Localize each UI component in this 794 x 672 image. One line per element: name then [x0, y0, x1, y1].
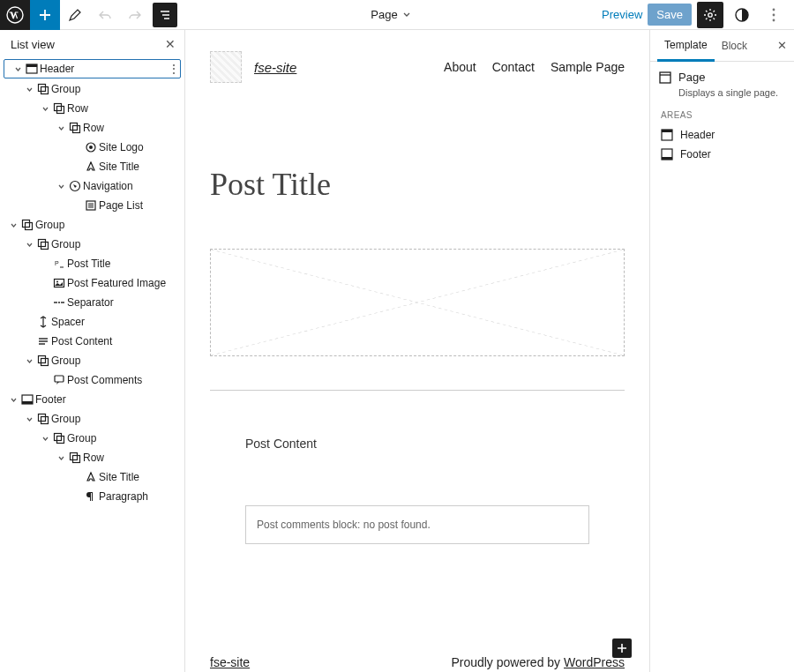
styles-button[interactable]	[729, 2, 755, 28]
svg-rect-45	[71, 453, 78, 460]
chevron-down-icon[interactable]	[23, 86, 35, 93]
tree-item[interactable]: Footer	[0, 390, 184, 409]
chevron-down-icon[interactable]	[55, 183, 67, 190]
tree-item[interactable]: Post Featured Image	[0, 273, 184, 293]
chevron-down-icon[interactable]	[11, 65, 24, 73]
tree-item[interactable]: Row	[0, 448, 184, 467]
svg-rect-11	[57, 107, 64, 114]
svg-text:P: P	[55, 260, 59, 266]
tree-item[interactable]: Site Title	[0, 467, 184, 487]
document-title[interactable]: Page	[180, 8, 602, 21]
tab-block[interactable]: Block	[715, 31, 754, 60]
svg-rect-8	[39, 85, 46, 92]
tree-item[interactable]: PPost Title	[0, 254, 184, 273]
kebab-icon	[772, 8, 775, 22]
tree-item-label: Group	[51, 413, 181, 425]
site-logo-placeholder[interactable]	[210, 51, 242, 83]
tree-item[interactable]: Group	[0, 409, 184, 429]
tree-item[interactable]: Post Content	[0, 332, 184, 351]
nav-item[interactable]: About	[444, 60, 476, 74]
tree-item[interactable]: Page List	[0, 196, 184, 215]
tree-item[interactable]: Paragraph	[0, 487, 184, 506]
chevron-down-icon[interactable]	[39, 435, 51, 443]
nav-icon	[67, 180, 83, 192]
tree-item[interactable]: Group	[0, 351, 184, 370]
separator-block[interactable]	[210, 390, 625, 391]
svg-rect-37	[41, 359, 49, 366]
tree-item-label: Navigation	[83, 180, 181, 192]
chevron-down-icon[interactable]	[39, 105, 51, 113]
tree-item-label: Spacer	[51, 316, 181, 328]
area-header[interactable]: Header	[659, 125, 785, 145]
canvas-site-title[interactable]: fse-site	[254, 60, 296, 75]
svg-rect-10	[55, 104, 62, 111]
svg-rect-13	[73, 126, 80, 133]
add-block-fab[interactable]	[612, 638, 632, 658]
tree-item[interactable]: Row	[0, 118, 184, 138]
tree-item[interactable]: Group	[0, 215, 184, 235]
tree-item[interactable]: Group	[0, 235, 184, 254]
settings-button[interactable]	[697, 2, 723, 28]
tree-item-label: Group	[51, 83, 181, 95]
tree-item[interactable]: Site Title	[0, 157, 184, 176]
tree-item[interactable]: Spacer	[0, 312, 184, 332]
close-settings-button[interactable]: ✕	[777, 39, 787, 52]
comments-icon	[51, 374, 67, 386]
post-content-block[interactable]: Post Content	[245, 437, 625, 451]
svg-rect-25	[41, 243, 49, 250]
tree-item[interactable]: Group	[0, 79, 184, 99]
row-icon	[51, 102, 67, 115]
tree-item-label: Group	[51, 355, 181, 367]
svg-point-15	[89, 146, 93, 149]
tree-item-label: Separator	[67, 296, 181, 309]
redo-button[interactable]	[120, 0, 150, 30]
chevron-down-icon[interactable]	[23, 241, 35, 249]
tree-item[interactable]: Separator	[0, 293, 184, 312]
chevron-down-icon[interactable]	[7, 396, 19, 404]
list-view-toggle-button[interactable]	[153, 3, 177, 27]
add-block-button[interactable]	[30, 0, 60, 30]
footer-powered-by[interactable]: Proudly powered by WordPress	[451, 655, 625, 669]
tree-item-more-button[interactable]: ⋮	[168, 62, 180, 76]
header-icon	[24, 63, 40, 75]
tab-template[interactable]: Template	[657, 30, 715, 62]
chevron-down-icon[interactable]	[7, 221, 19, 229]
post-comments-block[interactable]: Post comments block: no post found.	[245, 505, 589, 544]
wordpress-logo-icon[interactable]	[0, 0, 30, 30]
areas-heading: AREAS	[661, 110, 785, 120]
svg-rect-42	[41, 417, 49, 424]
row-icon	[67, 452, 83, 464]
tree-item-label: Site Title	[99, 471, 181, 483]
chevron-down-icon[interactable]	[23, 415, 35, 423]
tree-item[interactable]: Post Comments	[0, 370, 184, 390]
tree-item[interactable]: Header⋮	[4, 59, 181, 78]
tree-item[interactable]: Navigation	[0, 176, 184, 196]
tree-item[interactable]: Site Logo	[0, 138, 184, 157]
featured-image-placeholder[interactable]	[210, 249, 625, 356]
chevron-down-icon[interactable]	[55, 124, 67, 132]
chevron-down-icon[interactable]	[23, 357, 35, 365]
site-logo-icon	[83, 141, 99, 153]
tree-item[interactable]: Row	[0, 99, 184, 118]
tree-item[interactable]: Group	[0, 429, 184, 448]
post-title-block[interactable]: Post Title	[210, 166, 625, 203]
close-list-view-button[interactable]: ✕	[165, 37, 176, 51]
chevron-down-icon[interactable]	[55, 454, 67, 462]
svg-rect-50	[660, 72, 670, 83]
tree-item-label: Page List	[99, 199, 181, 212]
editor-canvas[interactable]: fse-site About Contact Sample Page Post …	[185, 30, 649, 672]
undo-button[interactable]	[90, 0, 120, 30]
nav-item[interactable]: Contact	[492, 60, 535, 74]
area-footer[interactable]: Footer	[659, 145, 785, 164]
svg-rect-38	[55, 376, 64, 382]
settings-panel: Template Block ✕ Page Displays a single …	[649, 30, 794, 672]
tree-item-label: Site Title	[99, 161, 181, 173]
edit-tool-button[interactable]	[60, 0, 90, 30]
nav-item[interactable]: Sample Page	[551, 60, 625, 74]
spacer-icon	[35, 316, 51, 328]
tree-item-label: Row	[83, 122, 181, 134]
save-button[interactable]: Save	[648, 4, 692, 26]
more-options-button[interactable]	[760, 2, 787, 28]
footer-site-title[interactable]: fse-site	[210, 655, 250, 669]
preview-link[interactable]: Preview	[602, 8, 642, 21]
